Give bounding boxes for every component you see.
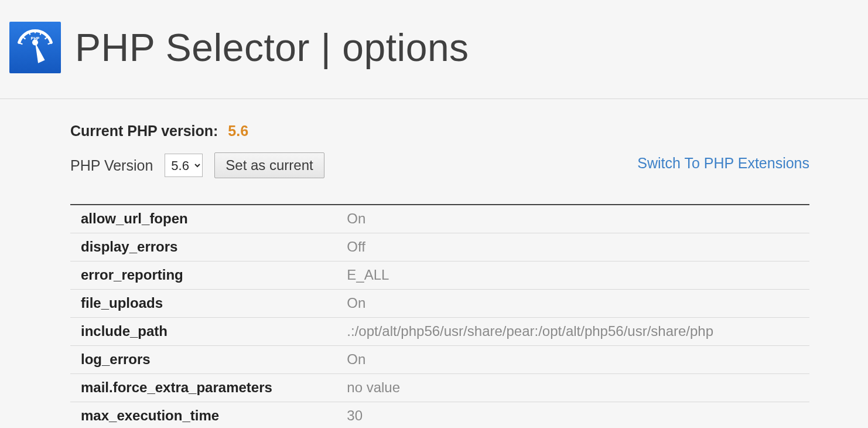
svg-line-5	[45, 38, 47, 39]
option-value[interactable]: 30	[336, 402, 809, 428]
option-value[interactable]: On	[336, 205, 809, 233]
option-value[interactable]: On	[336, 290, 809, 318]
svg-line-1	[23, 38, 26, 39]
php-options-table: allow_url_fopenOndisplay_errorsOfferror_…	[70, 204, 809, 428]
option-name: display_errors	[70, 233, 336, 261]
current-version-label: Current PHP version:	[70, 123, 218, 139]
option-name: include_path	[70, 318, 336, 346]
option-row: error_reportingE_ALL	[70, 261, 809, 290]
option-row: mail.force_extra_parametersno value	[70, 374, 809, 402]
option-name: log_errors	[70, 346, 336, 374]
php-version-select[interactable]: 5.6	[165, 154, 203, 177]
svg-line-2	[29, 32, 30, 35]
option-row: display_errorsOff	[70, 233, 809, 261]
switch-to-extensions-link[interactable]: Switch To PHP Extensions	[637, 155, 809, 172]
option-row: include_path.:/opt/alt/php56/usr/share/p…	[70, 318, 809, 346]
option-value[interactable]: .:/opt/alt/php56/usr/share/pear:/opt/alt…	[336, 318, 809, 346]
current-php-version: Current PHP version: 5.6	[70, 123, 809, 140]
option-row: allow_url_fopenOn	[70, 205, 809, 233]
page-title: PHP Selector | options	[75, 28, 469, 67]
php-version-label: PHP Version	[70, 157, 153, 174]
option-name: file_uploads	[70, 290, 336, 318]
option-value[interactable]: Off	[336, 233, 809, 261]
svg-point-8	[32, 40, 38, 46]
current-version-value: 5.6	[228, 123, 248, 139]
content-area: Current PHP version: 5.6 PHP Version 5.6…	[0, 99, 868, 428]
set-as-current-button[interactable]: Set as current	[214, 152, 324, 178]
option-name: mail.force_extra_parameters	[70, 374, 336, 402]
page-header: PHP PHP Selector | options	[0, 0, 868, 99]
option-name: error_reporting	[70, 261, 336, 290]
option-value[interactable]: On	[336, 346, 809, 374]
option-name: allow_url_fopen	[70, 205, 336, 233]
php-gauge-icon: PHP	[9, 22, 61, 73]
option-row: max_execution_time30	[70, 402, 809, 428]
option-row: log_errorsOn	[70, 346, 809, 374]
svg-line-4	[40, 32, 41, 35]
version-controls: PHP Version 5.6 Set as current Switch To…	[70, 152, 809, 178]
svg-line-0	[20, 43, 22, 44]
svg-line-6	[48, 43, 50, 44]
option-value[interactable]: E_ALL	[336, 261, 809, 290]
option-row: file_uploadsOn	[70, 290, 809, 318]
option-value[interactable]: no value	[336, 374, 809, 402]
option-name: max_execution_time	[70, 402, 336, 428]
